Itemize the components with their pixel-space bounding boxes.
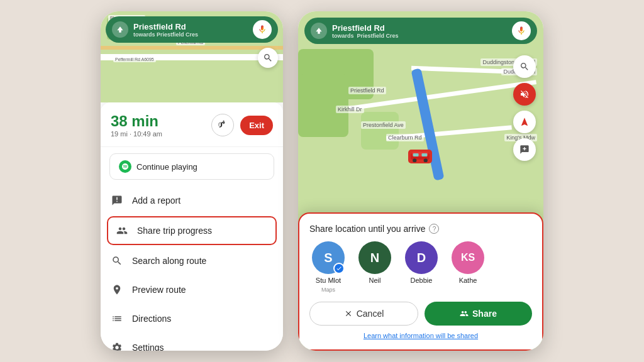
spotify-icon: [119, 160, 131, 173]
nav-towards-2: towards Priestfield Cres: [332, 33, 508, 39]
map-text-prestonfield: Prestonfield Ave: [361, 121, 406, 129]
settings-icon: [111, 341, 123, 351]
nav-towards: towards Priestfield Cres: [133, 31, 249, 38]
directions-label: Directions: [132, 314, 171, 324]
nav-towards-dest-2: Priestfield Cres: [357, 33, 399, 39]
search-icon: [263, 53, 273, 63]
trip-actions: Exit: [211, 114, 273, 136]
menu-item-share-trip[interactable]: Share trip progress: [107, 216, 277, 245]
menu-item-directions[interactable]: Directions: [101, 304, 283, 333]
trip-info: 38 min 19 mi · 10:49 am Exit: [101, 112, 283, 147]
preview-route-label: Preview route: [132, 285, 186, 295]
fork-icon: [217, 119, 228, 131]
share-panel-title-text: Share location until you arrive: [309, 224, 425, 234]
search-icon-2: [519, 62, 530, 72]
search-button[interactable]: [258, 48, 278, 68]
car-icon-svg: [411, 151, 430, 162]
search-route-label: Search along route: [132, 256, 206, 266]
trip-duration: 38 min: [111, 112, 211, 130]
contacts-row: S Stu Mlot Maps N Neil D: [309, 241, 532, 293]
search-button-2[interactable]: [513, 55, 536, 78]
nav-header-2: Priestfield Rd towards Priestfield Cres: [304, 18, 537, 44]
contact-kathe[interactable]: KS Kathe: [449, 241, 487, 293]
check-icon: [336, 265, 342, 272]
mic-button[interactable]: [253, 20, 272, 39]
contact-name-debbie: Debbie: [411, 277, 433, 284]
add-report-label: Add a report: [132, 195, 180, 206]
contact-avatar-debbie: D: [405, 241, 438, 274]
nav-header-1: Priestfield Rd towards Priestfield Cres: [106, 16, 278, 43]
contact-avatar-stu: S: [312, 241, 345, 274]
contact-stu-mlot[interactable]: S Stu Mlot Maps: [309, 241, 347, 293]
panel-buttons: Cancel Share: [309, 302, 532, 326]
preview-route-icon: [111, 283, 123, 296]
nav-street-name: Priestfield Rd: [133, 22, 249, 31]
contact-name-kathe: Kathe: [459, 277, 477, 284]
contact-debbie[interactable]: D Debbie: [402, 241, 440, 293]
contact-neil[interactable]: N Neil: [356, 241, 394, 293]
spotify-logo: [121, 163, 129, 170]
info-icon[interactable]: ?: [429, 224, 439, 234]
main-container: Peffermill Rd A6095 Peffermill Rd Playpa…: [88, 0, 556, 362]
road-priestfield: [349, 80, 536, 111]
location-button[interactable]: [513, 111, 536, 133]
spotify-bar[interactable]: Continue playing: [109, 153, 274, 180]
spotify-label: Continue playing: [136, 162, 197, 172]
map-text-kirkhill: Kirkhill Dr: [336, 106, 364, 113]
map-text-clearburn: Clearburn Rd: [386, 134, 424, 141]
route-options-button[interactable]: [211, 114, 234, 136]
share-panel: Share location until you arrive ? S Stu …: [298, 212, 543, 351]
menu-item-add-report[interactable]: Add a report: [101, 186, 283, 215]
up-arrow-icon: [116, 25, 125, 34]
mic-icon: [257, 25, 267, 35]
menu-item-settings[interactable]: Settings: [101, 333, 283, 351]
contact-sub-stu: Maps: [321, 287, 335, 293]
contact-avatar-kathe: KS: [452, 241, 484, 274]
svg-rect-4: [413, 153, 419, 156]
cancel-label: Cancel: [357, 309, 384, 319]
cancel-button[interactable]: Cancel: [309, 302, 418, 326]
route-line: [411, 68, 444, 180]
nav-text-block: Priestfield Rd towards Priestfield Cres: [133, 22, 249, 38]
contact-sub-debbie: [421, 287, 423, 293]
phone-2: Duddingston Low Rd Duddingston Priestfie…: [298, 11, 543, 351]
mic-icon-2: [516, 26, 526, 36]
nav-towards-label: towards: [133, 31, 155, 38]
directions-icon: [111, 312, 123, 325]
contact-name-stu: Stu Mlot: [316, 277, 341, 284]
bottom-sheet-1: 38 min 19 mi · 10:49 am Exit: [101, 102, 283, 351]
nav-towards-dest: Priestfield Cres: [157, 31, 198, 38]
nav-text-block-2: Priestfield Rd towards Priestfield Cres: [332, 23, 508, 39]
menu-list: Add a report Share trip progress: [101, 186, 283, 351]
phone-1: Peffermill Rd A6095 Peffermill Rd Playpa…: [101, 11, 283, 351]
menu-item-search-route[interactable]: Search along route: [101, 246, 283, 275]
feedback-button[interactable]: [513, 138, 536, 161]
share-label: Share: [472, 309, 497, 319]
share-trip-label: Share trip progress: [137, 226, 212, 236]
contact-avatar-neil: N: [358, 241, 391, 274]
map-text-priestfield: Priestfield Rd: [348, 87, 386, 94]
svg-rect-5: [422, 153, 428, 156]
share-person-icon: [116, 224, 128, 237]
nav-direction-arrow: [112, 21, 128, 38]
contact-check-stu: [333, 263, 345, 274]
share-button[interactable]: Share: [425, 302, 532, 326]
contact-sub-neil: [374, 287, 376, 293]
nav-towards-label-2: towards: [332, 33, 354, 39]
contact-sub-kathe: [467, 287, 469, 293]
trip-time-block: 38 min 19 mi · 10:49 am: [111, 112, 211, 138]
cancel-x-icon: [344, 309, 353, 318]
mute-button[interactable]: [513, 83, 536, 106]
search-route-icon: [111, 255, 123, 267]
exit-button[interactable]: Exit: [240, 116, 273, 135]
mic-button-2[interactable]: [512, 21, 531, 40]
map-label-road: Peffermill Rd A6095: [113, 57, 156, 62]
trip-detail: 19 mi · 10:49 am: [111, 130, 211, 138]
nav-street-name-2: Priestfield Rd: [332, 23, 508, 33]
nav-direction-arrow-2: [311, 23, 327, 39]
learn-more-link[interactable]: Learn what information will be shared: [309, 332, 532, 339]
menu-item-preview-route[interactable]: Preview route: [101, 275, 283, 304]
navigation-icon: [519, 117, 530, 127]
share-people-icon: [460, 309, 469, 318]
park-small: [361, 112, 399, 150]
